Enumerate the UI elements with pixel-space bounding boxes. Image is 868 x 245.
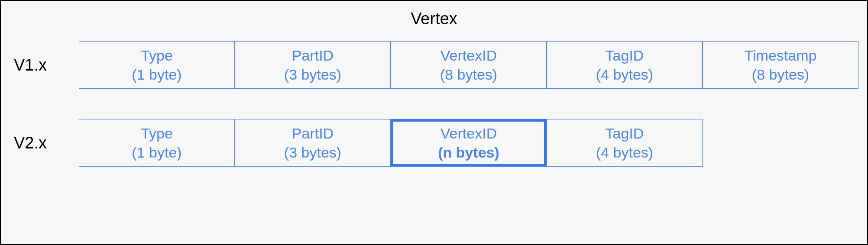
cell-v2-vertexid-highlight: VertexID (n bytes) [391,119,547,167]
cells-v2: Type (1 byte) PartID (3 bytes) VertexID … [79,119,703,167]
row-v2: V2.x Type (1 byte) PartID (3 bytes) Vert… [14,119,854,167]
cell-size: (8 bytes) [440,65,497,84]
cell-size: (1 byte) [132,65,181,84]
cells-v1: Type (1 byte) PartID (3 bytes) VertexID … [79,41,858,89]
cell-size: (1 byte) [132,143,181,162]
cell-size: (3 bytes) [284,65,341,84]
cell-v1-vertexid: VertexID (8 bytes) [391,41,547,89]
cell-name: VertexID [440,124,497,143]
row-v1: V1.x Type (1 byte) PartID (3 bytes) Vert… [14,41,854,89]
row-label-v2: V2.x [14,134,79,152]
cell-name: VertexID [440,46,497,65]
cell-name: Type [141,46,173,65]
cell-v2-tagid: TagID (4 bytes) [547,119,703,167]
cell-size: (4 bytes) [596,65,653,84]
cell-name: PartID [292,124,334,143]
cell-name: Timestamp [745,46,817,65]
cell-size: (8 bytes) [752,65,809,84]
cell-name: TagID [606,124,644,143]
cell-v1-tagid: TagID (4 bytes) [547,41,703,89]
cell-v2-type: Type (1 byte) [79,119,235,167]
diagram-frame: Vertex V1.x Type (1 byte) PartID (3 byte… [0,0,868,245]
cell-name: TagID [606,46,644,65]
cell-name: Type [141,124,173,143]
cell-v1-type: Type (1 byte) [79,41,235,89]
cell-size: (3 bytes) [284,143,341,162]
cell-v1-partid: PartID (3 bytes) [235,41,391,89]
cell-size: (n bytes) [438,143,499,162]
cell-v2-partid: PartID (3 bytes) [235,119,391,167]
cell-size: (4 bytes) [596,143,653,162]
diagram-title: Vertex [14,10,854,28]
row-label-v1: V1.x [14,56,79,74]
cell-name: PartID [292,46,334,65]
cell-v1-timestamp: Timestamp (8 bytes) [703,41,858,89]
